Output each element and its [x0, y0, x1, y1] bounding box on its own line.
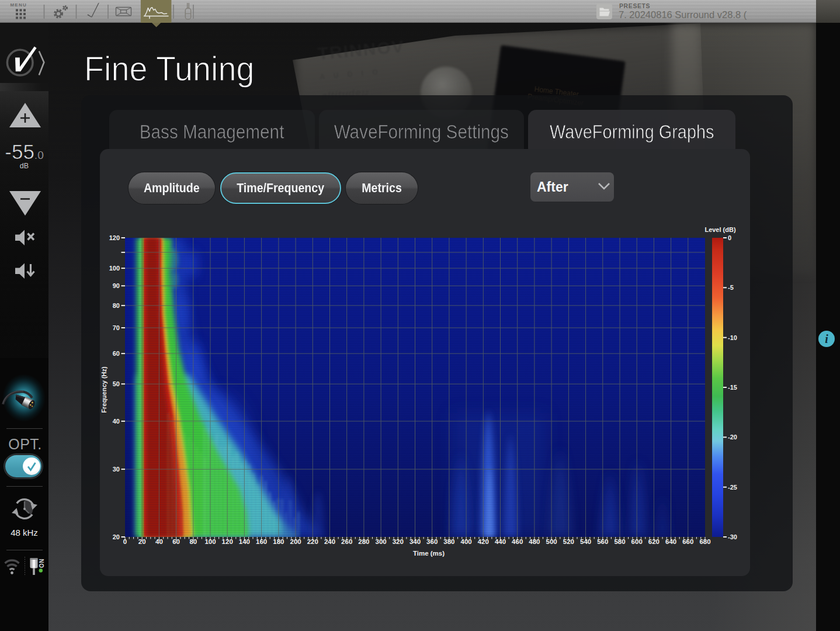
svg-text:480: 480	[529, 538, 540, 545]
svg-text:580: 580	[614, 538, 625, 545]
svg-text:520: 520	[563, 538, 574, 545]
svg-text:-25: -25	[728, 484, 737, 491]
svg-text:320: 320	[393, 538, 404, 545]
svg-text:280: 280	[358, 538, 369, 545]
svg-text:7. 20240816 Surround v28.8 (: 7. 20240816 Surround v28.8 (	[619, 9, 747, 20]
svg-text:360: 360	[426, 538, 438, 545]
svg-text:0: 0	[728, 234, 731, 241]
svg-text:20: 20	[113, 533, 120, 540]
svg-text:200: 200	[290, 538, 301, 545]
svg-text:600: 600	[631, 538, 643, 545]
svg-text:420: 420	[478, 538, 489, 545]
svg-text:620: 620	[648, 538, 659, 545]
svg-text:-20: -20	[728, 434, 737, 441]
svg-text:460: 460	[512, 538, 523, 545]
svg-text:260: 260	[341, 538, 352, 545]
svg-text:300: 300	[376, 538, 387, 545]
svg-text:-5: -5	[728, 284, 734, 291]
svg-text:120: 120	[222, 538, 233, 545]
svg-text:MENU: MENU	[11, 2, 27, 8]
svg-text:220: 220	[307, 538, 318, 545]
svg-text:80: 80	[189, 538, 197, 545]
svg-text:400: 400	[461, 538, 472, 545]
svg-text:100: 100	[204, 538, 216, 545]
svg-text:90: 90	[113, 282, 120, 289]
svg-text:680: 680	[699, 538, 710, 545]
svg-text:180: 180	[273, 538, 284, 545]
svg-text:500: 500	[546, 538, 557, 545]
svg-text:560: 560	[597, 538, 608, 545]
svg-text:240: 240	[324, 538, 335, 545]
svg-text:540: 540	[580, 538, 591, 545]
svg-text:140: 140	[239, 538, 250, 545]
svg-text:Level (dB): Level (dB)	[704, 226, 736, 233]
svg-text:60: 60	[113, 350, 120, 357]
svg-text:380: 380	[443, 538, 454, 545]
svg-text:80: 80	[113, 302, 120, 309]
svg-text:100: 100	[109, 265, 120, 272]
svg-text:440: 440	[495, 538, 506, 545]
svg-text:40: 40	[113, 418, 120, 425]
svg-text:50: 50	[113, 380, 120, 387]
svg-text:40: 40	[155, 538, 163, 545]
svg-text:0: 0	[123, 538, 127, 545]
svg-text:120: 120	[109, 234, 120, 241]
svg-text:660: 660	[682, 538, 693, 545]
svg-text:30: 30	[113, 466, 120, 473]
svg-text:-15: -15	[728, 384, 737, 391]
svg-text:640: 640	[665, 538, 676, 545]
svg-text:60: 60	[172, 538, 180, 545]
svg-text:-30: -30	[728, 533, 737, 540]
svg-text:160: 160	[256, 538, 267, 545]
svg-text:340: 340	[409, 538, 421, 545]
svg-text:PRESETS: PRESETS	[619, 2, 650, 9]
svg-text:Frequency (Hz): Frequency (Hz)	[100, 366, 107, 413]
svg-text:ON: ON	[39, 559, 45, 568]
svg-text:-10: -10	[728, 334, 737, 341]
svg-text:Time (ms): Time (ms)	[413, 550, 445, 557]
svg-text:20: 20	[138, 538, 146, 545]
svg-text:70: 70	[113, 324, 120, 331]
